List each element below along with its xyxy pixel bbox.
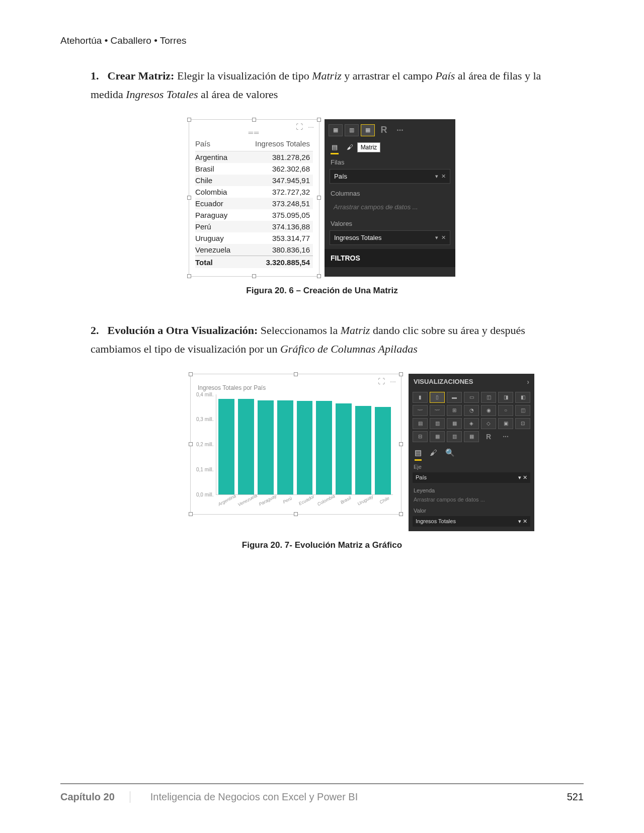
field-well-eje[interactable]: País ▾ ✕ (413, 472, 530, 483)
more-options-icon[interactable]: ··· (308, 123, 314, 131)
remove-icon[interactable]: ✕ (441, 234, 446, 240)
resize-handle[interactable] (187, 118, 191, 122)
chart-bar[interactable] (316, 401, 332, 494)
viz-type-icon[interactable]: ⊟ (413, 431, 428, 442)
viz-type-icon[interactable]: ▦ (430, 431, 445, 442)
viz-type-icon[interactable]: ▣ (498, 418, 513, 429)
section-eje: Eje (409, 461, 534, 471)
chart-bar[interactable] (355, 406, 371, 494)
resize-handle[interactable] (189, 442, 193, 446)
resize-handle[interactable] (317, 118, 321, 122)
viz-type-icon[interactable]: ⊡ (515, 418, 530, 429)
chart-title: Ingresos Totales por País (198, 384, 397, 391)
viz-type-icon[interactable]: ▦ (464, 431, 479, 442)
viz-type-icon[interactable]: ○ (498, 405, 513, 416)
resize-handle[interactable] (189, 372, 193, 376)
resize-handle[interactable] (187, 274, 191, 278)
fields-tab-icon[interactable]: ▤ (415, 448, 422, 461)
resize-handle[interactable] (189, 512, 193, 516)
viz-type-icon[interactable]: ◔ (464, 405, 479, 416)
remove-icon[interactable]: ✕ (523, 474, 527, 480)
resize-handle[interactable] (317, 274, 321, 278)
x-tick-label: Argentina (217, 493, 237, 507)
resize-handle[interactable] (317, 196, 321, 200)
dropdown-icon[interactable]: ▾ (435, 173, 438, 179)
x-tick-label: Paraguay (258, 493, 278, 507)
chart-bar[interactable] (218, 399, 234, 494)
resize-handle[interactable] (187, 196, 191, 200)
footer-title: Inteligencia de Negocios con Excel y Pow… (130, 791, 567, 803)
placeholder-leyenda[interactable]: Arrastrar campos de datos ... (409, 494, 534, 505)
viz-type-icon[interactable]: ◫ (515, 405, 530, 416)
table-row: Brasil362.302,68 (195, 163, 313, 175)
dropdown-icon[interactable]: ▾ (518, 474, 521, 480)
step-1: 1. Crear Matriz: Elegir la visualización… (91, 66, 574, 104)
matrix-total-label: Total (195, 258, 254, 267)
field-well-ingresos[interactable]: Ingresos Totales ▾ ✕ (330, 230, 450, 245)
figure-2-caption: Figura 20. 7- Evolución Matriz a Gráfico (60, 540, 584, 550)
step-italic: Matriz (341, 324, 370, 337)
viz-type-icon[interactable]: ▦ (447, 418, 462, 429)
viz-type-icon[interactable]: ◧ (515, 392, 530, 403)
resize-handle[interactable] (399, 512, 403, 516)
chart-bar[interactable] (336, 403, 352, 494)
collapse-icon[interactable]: › (527, 378, 529, 386)
viz-type-icon[interactable]: 〰 (430, 405, 445, 416)
viz-type-icon[interactable]: ◉ (481, 405, 496, 416)
cell-value: 374.136,88 (254, 222, 313, 231)
resize-handle[interactable] (294, 372, 298, 376)
field-well-pais[interactable]: País ▾ ✕ (330, 169, 450, 184)
dropdown-icon[interactable]: ▾ (518, 518, 521, 524)
viz-type-icon[interactable]: ◇ (481, 418, 496, 429)
field-well-valor[interactable]: Ingresos Totales ▾ ✕ (413, 516, 530, 527)
resize-handle[interactable] (399, 442, 403, 446)
viz-more-icon[interactable]: ··· (393, 124, 407, 136)
viz-type-icon[interactable]: ▬ (447, 392, 462, 403)
format-tab-icon[interactable]: 🖌 (430, 448, 437, 461)
focus-mode-icon[interactable]: ⛶ (378, 377, 385, 385)
format-tab-icon[interactable]: 🖌 Matriz (346, 141, 381, 154)
resize-handle[interactable] (399, 372, 403, 376)
section-filtros[interactable]: FILTROS (325, 249, 455, 267)
viz-type-icon[interactable]: ◈ (464, 418, 479, 429)
dropdown-icon[interactable]: ▾ (435, 234, 438, 240)
viz-r-icon[interactable]: R (377, 124, 391, 136)
remove-icon[interactable]: ✕ (523, 518, 527, 524)
analytics-tab-icon[interactable]: 🔍 (445, 448, 455, 461)
viz-type-icon[interactable]: ▯ (430, 392, 445, 403)
remove-icon[interactable]: ✕ (441, 173, 446, 179)
viz-more-icon[interactable]: ··· (498, 431, 513, 442)
viz-icon[interactable]: ▥ (345, 124, 359, 136)
cell-country: Chile (195, 176, 254, 185)
more-options-icon[interactable]: ··· (390, 377, 396, 385)
matrix-visual[interactable]: ══ ⛶ ··· País Ingresos Totales Argentina… (189, 119, 319, 277)
viz-r-icon[interactable]: R (481, 431, 496, 442)
viz-matrix-icon[interactable]: ▦ (361, 124, 375, 136)
viz-icon[interactable]: ▦ (329, 124, 343, 136)
bar-chart-visual[interactable]: ⛶ ··· Ingresos Totales por País 0,4 mill… (190, 374, 401, 515)
chart-bar[interactable] (277, 400, 293, 494)
viz-type-icon[interactable]: ▤ (413, 418, 428, 429)
chart-bar[interactable] (258, 400, 274, 494)
viz-type-icon[interactable]: ▮ (413, 392, 428, 403)
viz-type-icon[interactable]: ▭ (464, 392, 479, 403)
chart-bar[interactable] (375, 407, 391, 494)
x-tick-label: Uruguay (355, 493, 375, 507)
chart-bar[interactable] (238, 399, 254, 494)
cell-value: 372.727,32 (254, 188, 313, 196)
x-tick-label: Ecuador (297, 493, 316, 507)
resize-handle[interactable] (252, 274, 256, 278)
focus-mode-icon[interactable]: ⛶ (296, 123, 303, 131)
viz-type-icon[interactable]: ▥ (430, 418, 445, 429)
viz-type-icon[interactable]: ◨ (498, 392, 513, 403)
cell-country: Perú (195, 222, 254, 231)
viz-type-icon[interactable]: ⊞ (447, 405, 462, 416)
chart-bar[interactable] (297, 401, 313, 494)
placeholder-columnas[interactable]: Arrastrar campos de datos ... (330, 200, 450, 214)
viz-type-icon[interactable]: 〰 (413, 405, 428, 416)
resize-handle[interactable] (294, 512, 298, 516)
viz-type-icon[interactable]: ◫ (481, 392, 496, 403)
viz-type-icon[interactable]: ▥ (447, 431, 462, 442)
fields-tab-icon[interactable]: ▤ (331, 141, 339, 154)
resize-handle[interactable] (252, 118, 256, 122)
